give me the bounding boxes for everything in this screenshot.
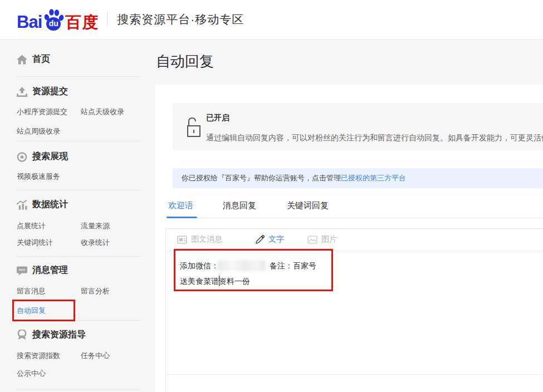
upload-icon [17,87,27,97]
sidebar-section-label: 搜索展现 [32,151,68,163]
home-icon [17,55,27,65]
editor-content-border [166,374,543,375]
page-title: 自动回复 [156,52,214,71]
active-tab-underline [167,217,197,218]
sidebar-item-video-fast-service[interactable]: 视频极速服务 [17,171,60,182]
message-icon [17,266,27,276]
sidebar-item-home[interactable]: 首页 [17,53,50,65]
sidebar-item-comment-messages[interactable]: 留言消息 [17,286,46,296]
sidebar-item-resource-index[interactable]: 搜索资源指数 [17,351,60,361]
unlock-icon [186,116,202,139]
logo-du-text: du [49,19,58,28]
sidebar-item-data-stats[interactable]: 数据统计 [17,199,68,210]
authorized-platform-link[interactable]: 已授权的第三方平台 [341,174,406,182]
eye-icon [17,152,27,162]
header-divider [107,12,107,27]
tab-keyword-reply[interactable]: 关键词回复 [287,200,329,211]
toolbar-image-button[interactable]: 图片 [307,234,337,244]
sidebar-divider [17,256,141,257]
sidebar-section-label: 资源提交 [32,86,68,97]
sidebar-item-site-weekly-index[interactable]: 站点周级收录 [17,126,60,136]
sidebar-item-index-stats[interactable]: 收录统计 [81,238,110,248]
baidu-logo[interactable]: Bai du 百度 [17,8,99,31]
sidebar-item-traffic-source[interactable]: 流量来源 [81,221,110,231]
sidebar-item-resource-guide[interactable]: 搜索资源指导 [17,329,86,341]
sidebar-section-label: 消息管理 [32,264,68,276]
authorization-notice: 你已授权给『百家号』帮助你运营账号，点击管理已授权的第三方平台 [173,168,543,188]
app-root: Bai du 百度 搜索资源平台·移动专区 首页 [0,0,543,392]
logo-cn-text: 百度 [65,14,99,31]
sidebar-item-comment-analysis[interactable]: 留言分析 [81,286,110,296]
chart-icon [17,200,27,210]
toolbar-richtext-button[interactable]: 图文消息 [177,234,222,244]
sidebar-section-label: 数据统计 [32,199,68,210]
sidebar-divider [17,141,141,141]
sidebar-item-message-mgmt[interactable]: 消息管理 [17,264,68,276]
annotation-box-content [174,249,333,291]
sidebar-divider [17,389,141,390]
top-header: Bai du 百度 搜索资源平台·移动专区 [0,0,543,40]
sidebar-divider [17,190,141,190]
baidu-paw-icon: du [42,8,65,32]
sidebar-section-label: 搜索资源指导 [32,329,86,341]
toolbar-image-label: 图片 [321,234,337,244]
tab-welcome-message[interactable]: 欢迎语 [168,200,193,211]
sidebar-item-keyword-stats[interactable]: 关键词统计 [17,238,53,248]
sidebar-item-site-daily-index[interactable]: 站点天级收录 [81,107,124,117]
tabs-bottom-border [165,218,543,218]
annotation-box-sidebar [12,300,75,321]
medal-icon [17,330,27,340]
sidebar-item-click-stats[interactable]: 点展统计 [17,221,46,231]
status-title: 已开启 [206,113,229,123]
notice-text: 你已授权给『百家号』帮助你运营账号，点击管理 [182,174,341,182]
sidebar-divider [17,76,141,77]
platform-title: 搜索资源平台·移动专区 [117,12,244,27]
sidebar-item-public-center[interactable]: 公示中心 [17,369,46,379]
toolbar-richtext-label: 图文消息 [191,234,222,244]
sidebar-section-label: 首页 [32,53,50,65]
status-description: 通过编辑自动回复内容，可以对粉丝的关注行为和留言进行自动回复。如具备开发能力，可… [206,133,543,143]
sidebar-item-resource-submit[interactable]: 资源提交 [17,86,68,97]
sidebar-item-miniprogram-submit[interactable]: 小程序资源提交 [17,107,67,117]
toolbar-text-label: 文字 [268,234,284,244]
sidebar: 首页 资源提交 小程序资源提交 站点天级收录 站点周级收录 搜索展现 视频极速服… [0,40,144,392]
toolbar-text-button[interactable]: 文字 [255,234,284,244]
sidebar-item-search-display[interactable]: 搜索展现 [17,151,68,163]
logo-bai-text: Bai [17,14,42,31]
tab-message-reply[interactable]: 消息回复 [223,200,256,211]
richtext-card-icon [177,236,187,244]
sidebar-item-task-center[interactable]: 任务中心 [81,351,110,361]
image-icon [307,236,317,244]
pencil-icon [255,235,265,244]
status-box [173,103,543,150]
